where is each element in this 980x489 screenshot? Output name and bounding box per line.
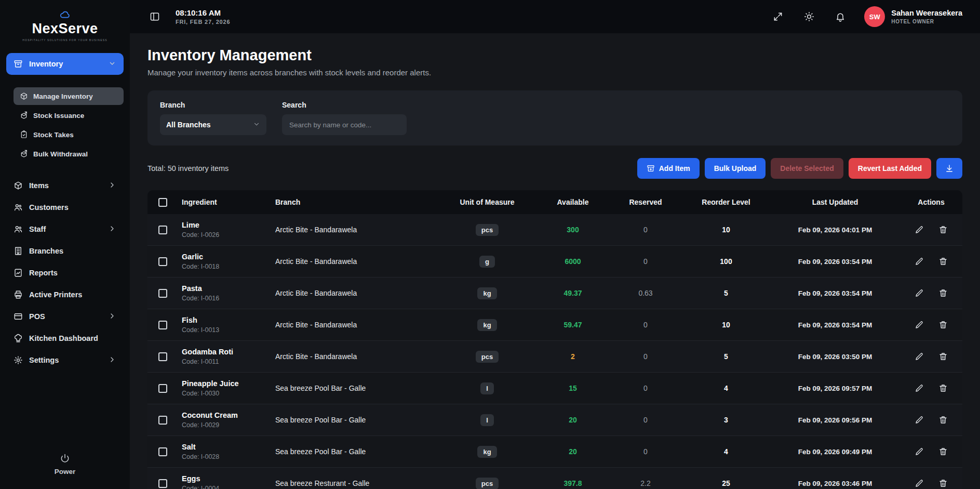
sidebar-item-branches[interactable]: Branches [6,240,124,262]
add-item-button[interactable]: Add Item [637,158,700,179]
edit-row-button[interactable] [912,318,926,332]
row-checkbox[interactable] [158,447,167,456]
unit-badge: kg [477,446,496,458]
delete-selected-button[interactable]: Delete Selected [771,158,843,179]
row-checkbox[interactable] [158,416,167,425]
sidebar-item-customers[interactable]: Customers [6,196,124,218]
sidebar-item-settings[interactable]: Settings [6,349,124,371]
users-icon [14,203,23,212]
available-cell: 2 [536,352,609,361]
reorder-level-cell: 25 [682,479,770,487]
row-actions [900,381,962,395]
unit-badge: pcs [476,478,499,489]
delete-row-button[interactable] [936,477,950,489]
power-icon [60,453,70,464]
sidebar-item-kitchen-dashboard[interactable]: Kitchen Dashboard [6,327,124,349]
available-cell: 397.8 [536,479,609,487]
edit-row-button[interactable] [912,350,926,363]
sidebar-item-active-printers[interactable]: Active Printers [6,284,124,306]
users-icon [14,224,23,234]
delete-row-button[interactable] [936,350,950,363]
edit-row-button[interactable] [912,477,926,489]
sidebar-item-label: Items [29,181,49,190]
sidebar-subitem-bulk-withdrawal[interactable]: Bulk Withdrawal [14,145,124,163]
available-cell: 6000 [536,257,609,266]
last-updated-cell: Feb 09, 2026 03:46 PM [770,480,900,487]
sidebar-item-staff[interactable]: Staff [6,218,124,240]
edit-row-button[interactable] [912,286,926,300]
delete-row-button[interactable] [936,286,950,300]
avatar[interactable]: SW [864,6,885,27]
column-header-reserved: Reserved [609,198,682,206]
sidebar-item-inventory[interactable]: Inventory [6,53,124,75]
reserved-cell: 0 [609,384,682,392]
branch-cell: Sea breeze Pool Bar - Galle [271,447,438,456]
row-checkbox[interactable] [158,257,167,266]
current-date: FRI, FEB 27, 2026 [176,19,230,25]
delete-row-button[interactable] [936,413,950,427]
delete-row-button[interactable] [936,318,950,332]
edit-row-button[interactable] [912,223,926,236]
delete-row-button[interactable] [936,381,950,395]
delete-row-button[interactable] [936,445,950,458]
export-download-button[interactable] [936,158,962,179]
sidebar-subitem-manage-inventory[interactable]: Manage Inventory [14,87,124,105]
reorder-level-cell: 4 [682,384,770,392]
power-button[interactable]: Power [0,453,130,489]
search-input[interactable] [282,114,407,135]
edit-row-button[interactable] [912,255,926,268]
delete-row-button[interactable] [936,223,950,236]
sidebar-subitem-stock-issuance[interactable]: Stock Issuance [14,107,124,124]
edit-row-button[interactable] [912,381,926,395]
sidebar-item-reports[interactable]: Reports [6,262,124,284]
row-checkbox[interactable] [158,352,167,361]
reorder-level-cell: 10 [682,321,770,329]
select-all-checkbox[interactable] [158,198,167,207]
sidebar-item-items[interactable]: Items [6,175,124,196]
branch-select[interactable]: All Branches [160,114,266,135]
branch-cell: Sea breeze Resturant - Galle [271,479,438,487]
user-name: Sahan Weerasekera [891,9,962,17]
row-actions [900,223,962,236]
ingredient-code: Code: I-0011 [182,358,267,365]
reserved-cell: 0 [609,352,682,361]
sidebar-subitem-stock-takes[interactable]: Stock Takes [14,126,124,143]
app-window: NexServe HOSPITALITY SOLUTIONS FOR YOUR … [0,0,980,489]
ingredient-code: Code: I-0018 [182,263,267,270]
row-checkbox[interactable] [158,321,167,329]
reserved-cell: 0 [609,416,682,424]
row-checkbox[interactable] [158,384,167,393]
sidebar-item-pos[interactable]: POS [6,306,124,327]
edit-row-button[interactable] [912,445,926,458]
reserved-cell: 2.2 [609,479,682,487]
row-checkbox[interactable] [158,226,167,234]
ingredient-name: Garlic [182,253,267,261]
reorder-level-cell: 10 [682,226,770,234]
row-checkbox[interactable] [158,479,167,488]
inventory-table: Ingredient Branch Unit of Measure Availa… [147,190,962,489]
reserved-cell: 0 [609,257,682,266]
bulk-upload-button[interactable]: Bulk Upload [705,158,766,179]
branch-cell: Arctic Bite - Bandarawela [271,321,438,329]
clipboard-icon [20,130,28,139]
sidebar-item-label: Branches [29,247,63,255]
theme-toggle-button[interactable] [802,9,816,24]
gear-icon [14,355,23,365]
notifications-button[interactable] [833,9,848,24]
user-menu[interactable]: SW Sahan Weerasekera HOTEL OWNER [864,6,962,27]
sidebar-toggle-button[interactable] [147,9,162,24]
app-logo: NexServe HOSPITALITY SOLUTIONS FOR YOUR … [0,0,130,47]
ingredient-cell: Godamba Roti Code: I-0011 [178,348,271,365]
unit-badge: pcs [476,224,499,236]
trash-icon [938,479,948,488]
fullscreen-button[interactable] [771,9,785,24]
edit-row-button[interactable] [912,413,926,427]
revert-last-added-button[interactable]: Revert Last Added [849,158,931,179]
row-checkbox[interactable] [158,289,167,298]
last-updated-cell: Feb 09, 2026 03:54 PM [770,258,900,266]
pencil-icon [915,288,924,298]
delete-row-button[interactable] [936,255,950,268]
ingredient-code: Code: I-0013 [182,326,267,334]
reorder-level-cell: 100 [682,257,770,266]
report-icon [14,268,23,277]
